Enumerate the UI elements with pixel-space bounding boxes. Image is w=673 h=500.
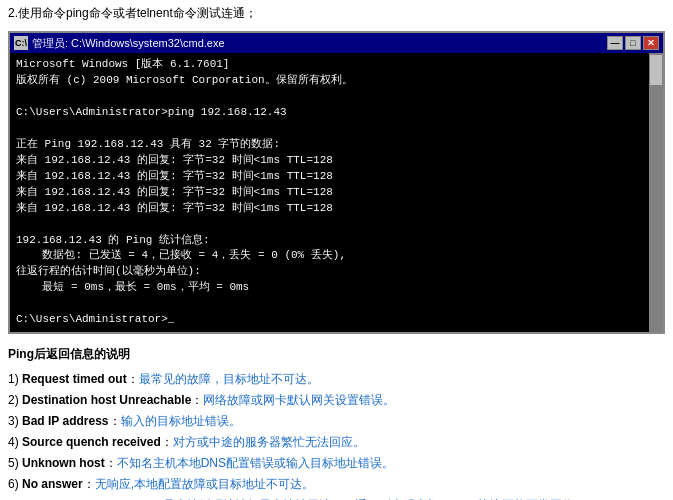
cmd-scrollbar-thumb[interactable] [650,55,662,85]
item-separator: ： [127,372,139,386]
item-number: 1) [8,372,22,386]
info-item: 4) Source quench received：对方或中途的服务器繁忙无法回… [8,432,665,453]
info-item: 1) Request timed out：最常见的故障，目标地址不可达。 [8,369,665,390]
cmd-line [16,121,643,137]
cmd-scrollbar[interactable] [649,53,663,332]
cmd-line: 192.168.12.43 的 Ping 统计信息: [16,233,643,249]
item-desc: 对方或中途的服务器繁忙无法回应。 [173,435,365,449]
item-label: Destination host Unreachable [22,393,191,407]
cmd-line: 往返行程的估计时间(以毫秒为单位): [16,264,643,280]
info-item: 2) Destination host Unreachable：网络故障或网卡默… [8,390,665,411]
info-item: 5) Unknown host：不知名主机本地DNS配置错误或输入目标地址错误。 [8,453,665,474]
below-cmd: Ping后返回信息的说明 1) Request timed out：最常见的故障… [0,338,673,500]
maximize-button[interactable]: □ [625,36,641,50]
top-instruction: 2.使用命令ping命令或者telnent命令测试连通； [0,0,673,27]
info-list: 1) Request timed out：最常见的故障，目标地址不可达。2) D… [8,369,665,500]
item-label: Bad IP address [22,414,108,428]
item-separator: ： [161,435,173,449]
item-desc: 输入的目标地址错误。 [121,414,241,428]
cmd-icon: C:\ [14,36,28,50]
cmd-scrollbar-area: Microsoft Windows [版本 6.1.7601]版权所有 (c) … [10,53,663,332]
item-number: 2) [8,393,22,407]
cmd-line: C:\Users\Administrator>_ [16,312,643,328]
cmd-line: 版权所有 (c) 2009 Microsoft Corporation。保留所有… [16,73,643,89]
cmd-line [16,89,643,105]
cmd-line: C:\Users\Administrator>ping 192.168.12.4… [16,105,643,121]
cmd-icon-text: C:\ [15,38,27,48]
cmd-line: 正在 Ping 192.168.12.43 具有 32 字节的数据: [16,137,643,153]
instruction-text: 2.使用命令ping命令或者telnent命令测试连通； [8,6,257,20]
info-item: 6) No answer：无响应,本地配置故障或目标地址不可达。 [8,474,665,495]
item-desc: 无响应,本地配置故障或目标地址不可达。 [95,477,314,491]
cmd-line [16,217,643,233]
cmd-window: C:\ 管理员: C:\Windows\system32\cmd.exe — □… [8,31,665,334]
cmd-line: Microsoft Windows [版本 6.1.7601] [16,57,643,73]
minimize-button[interactable]: — [607,36,623,50]
cmd-titlebar: C:\ 管理员: C:\Windows\system32\cmd.exe — □… [10,33,663,53]
cmd-buttons: — □ ✕ [607,36,659,50]
item-separator: ： [109,414,121,428]
item-label: No answer [22,477,83,491]
cmd-line: 数据包: 已发送 = 4，已接收 = 4，丢失 = 0 (0% 丢失), [16,248,643,264]
cmd-title: 管理员: C:\Windows\system32\cmd.exe [32,36,225,51]
cmd-line: 来自 192.168.12.43 的回复: 字节=32 时间<1ms TTL=1… [16,153,643,169]
below-title: Ping后返回信息的说明 [8,344,665,364]
info-item: 3) Bad IP address：输入的目标地址错误。 [8,411,665,432]
cmd-line: 来自 192.168.12.43 的回复: 字节=32 时间<1ms TTL=1… [16,201,643,217]
info-item: 7) Ping 127.0.0.1：127.0.0.1是本地循环地址如果本地址无… [8,495,665,500]
item-separator: ： [191,393,203,407]
item-desc: 不知名主机本地DNS配置错误或输入目标地址错误。 [117,456,394,470]
cmd-titlebar-left: C:\ 管理员: C:\Windows\system32\cmd.exe [14,36,225,51]
item-number: 6) [8,477,22,491]
cmd-line: 最短 = 0ms，最长 = 0ms，平均 = 0ms [16,280,643,296]
close-button[interactable]: ✕ [643,36,659,50]
cmd-line [16,296,643,312]
item-label: Request timed out [22,372,127,386]
cmd-body: Microsoft Windows [版本 6.1.7601]版权所有 (c) … [10,53,649,332]
item-label: Source quench received [22,435,161,449]
item-desc: 最常见的故障，目标地址不可达。 [139,372,319,386]
item-number: 5) [8,456,22,470]
item-separator: ： [105,456,117,470]
item-number: 3) [8,414,22,428]
item-separator: ： [83,477,95,491]
item-number: 4) [8,435,22,449]
cmd-line: 来自 192.168.12.43 的回复: 字节=32 时间<1ms TTL=1… [16,169,643,185]
item-desc: 网络故障或网卡默认网关设置错误。 [203,393,395,407]
cmd-line: 来自 192.168.12.43 的回复: 字节=32 时间<1ms TTL=1… [16,185,643,201]
item-label: Unknown host [22,456,105,470]
